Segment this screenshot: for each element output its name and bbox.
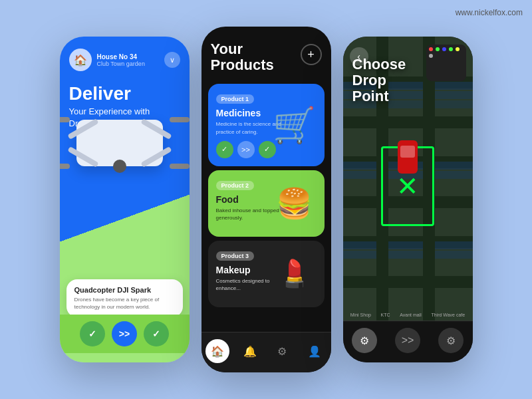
map-label-ktc: KTC	[381, 313, 390, 317]
drone-card-desc: Drones have become a key piece of techno…	[74, 296, 175, 311]
product-1-badge: Product 1	[216, 94, 255, 104]
nav-bell[interactable]: 🔔	[238, 339, 262, 363]
phone-2-products: Your Products + Product 1 Medicines Medi…	[201, 27, 331, 372]
phone-1-drone-app: 🏠 House No 34 Club Town garden ∨ Deliver…	[60, 37, 190, 362]
drone-prop-tl	[60, 117, 70, 122]
nav-settings[interactable]: ⚙	[270, 339, 294, 363]
dot-blue	[442, 47, 446, 51]
dot-gray	[429, 54, 433, 58]
product-1-forward[interactable]: >>	[237, 141, 255, 158]
phone1-header: 🏠 House No 34 Club Town garden ∨	[60, 37, 190, 78]
action-check-left[interactable]: ✓	[80, 321, 105, 346]
road-h2	[343, 116, 473, 128]
location-dropdown[interactable]: ∨	[164, 52, 180, 68]
phone1-actions: ✓ >> ✓	[60, 315, 190, 353]
phone-3-drop-point: ‹ Choose Drop Point Mini	[343, 37, 473, 362]
choose-line3: Point	[352, 88, 406, 104]
action-forward[interactable]: >>	[112, 321, 137, 346]
drone-body	[76, 120, 163, 166]
p3-nav-gear-left[interactable]: ⚙	[352, 328, 377, 353]
house-info: House No 34 Club Town garden	[97, 53, 159, 67]
products-title-line1: Your	[211, 41, 243, 57]
house-name: House No 34	[97, 53, 159, 61]
dot-yellow	[456, 47, 460, 51]
drone-prop-br	[170, 164, 190, 169]
nav-home[interactable]: 🏠	[205, 339, 229, 363]
makeup-icon: 💄	[278, 258, 311, 289]
drone-card-title: Quadcopter DJI Spark	[74, 286, 175, 294]
phone1-content: 🏠 House No 34 Club Town garden ∨ Deliver…	[60, 37, 190, 362]
stripe7	[343, 251, 473, 259]
screens-container: 🏠 House No 34 Club Town garden ∨ Deliver…	[0, 0, 532, 399]
mini-map	[426, 45, 466, 81]
drone-prop-tr	[170, 117, 190, 122]
product-1-image: 🛒	[265, 84, 325, 166]
product-2-image: 🍔	[265, 170, 325, 237]
map-label-third-wave: Third Wave cafe	[431, 313, 465, 317]
back-button[interactable]: ‹	[350, 47, 368, 66]
dot-green1	[436, 47, 440, 51]
drone-arm-bl	[67, 146, 98, 168]
phone2-bottom-nav: 🏠 🔔 ⚙ 👤	[201, 332, 331, 372]
map-label-mini-shop: Mini Shop	[350, 313, 371, 317]
phone3-content: ‹ Choose Drop Point Mini	[343, 37, 473, 362]
house-sublocation: Club Town garden	[97, 61, 159, 67]
drone-arm-br	[140, 146, 172, 168]
nav-profile[interactable]: 👤	[303, 339, 327, 363]
p3-nav-forward[interactable]: >>	[395, 328, 420, 353]
phone2-header: Your Products +	[201, 27, 331, 80]
drone-info-card: Quadcopter DJI Spark Drones have become …	[66, 279, 183, 317]
phone2-content: Your Products + Product 1 Medicines Medi…	[201, 27, 331, 372]
drone-illustration	[60, 100, 190, 186]
dot-red	[429, 47, 433, 51]
cart-icon: 🛒	[273, 105, 316, 146]
stripe6	[343, 241, 473, 249]
phone3-bottom-nav: ⚙ >> ⚙	[343, 321, 473, 362]
watermark: www.nickelfox.com	[456, 8, 523, 17]
car-on-map	[398, 140, 418, 174]
product-3-badge: Product 3	[216, 251, 255, 261]
p3-nav-gear-right[interactable]: ⚙	[438, 328, 464, 353]
drone-arm-tl	[67, 118, 98, 140]
mini-map-content	[426, 45, 466, 61]
choose-line2: Drop	[352, 72, 406, 88]
food-icon: 🍔	[276, 186, 313, 221]
product-1-check[interactable]: ✓	[216, 141, 233, 158]
product-card-medicines[interactable]: Product 1 Medicines Medicine is the scie…	[208, 84, 325, 166]
drone-prop-bl	[60, 164, 70, 169]
dot-green2	[449, 47, 453, 51]
map-labels: Mini Shop KTC Avant mall Third Wave cafe	[343, 313, 473, 317]
drone-camera	[113, 160, 126, 173]
product-3-image: 💄	[265, 241, 325, 307]
drone-arm-tr	[140, 118, 172, 140]
house-avatar: 🏠	[69, 49, 92, 71]
products-title-line2: Products	[211, 57, 274, 73]
products-title: Your Products	[211, 41, 274, 73]
road-h6	[343, 276, 473, 288]
product-card-food[interactable]: Product 2 Food Baked inhouse and topped …	[208, 170, 325, 237]
add-product-button[interactable]: +	[301, 44, 322, 65]
map-label-avant: Avant mall	[400, 313, 422, 317]
product-2-badge: Product 2	[216, 181, 255, 190]
action-check-right[interactable]: ✓	[144, 321, 169, 346]
product-card-makeup[interactable]: Product 3 Makeup Cosmetics designed to e…	[208, 241, 325, 307]
